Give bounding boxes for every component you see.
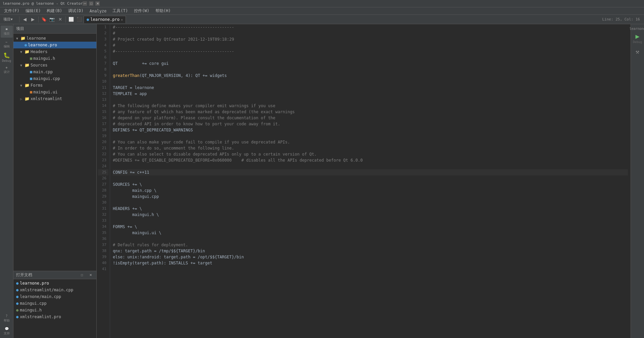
tree-item-maingui-cpp[interactable]: ▷ ■ maingui.cpp	[13, 75, 96, 82]
project-sidebar-icon: ≡	[5, 27, 7, 31]
pro-file-icon: ●	[25, 43, 27, 47]
line-number-10: 10	[98, 79, 108, 85]
maximize-button[interactable]: □	[89, 1, 93, 6]
close-all-button[interactable]: ✕	[56, 16, 64, 23]
editor-area: 1234567891011121314151617181920212223242…	[97, 24, 631, 338]
project-tree: ▼ 📁 learnone ▷ ● learnone.pro ▼ 📁 Header…	[13, 34, 96, 271]
title-bar-controls: ─ □ ✕	[83, 1, 100, 6]
bottom-file-maingui-h[interactable]: ● maingui.h	[13, 307, 96, 313]
bottom-file-learnone-main[interactable]: ● learnone/main.cpp	[13, 293, 96, 300]
line-number-6: 6	[98, 54, 108, 60]
code-line-12: TEMPLATE = app	[113, 91, 628, 97]
debug-sidebar: learnone ▶ Debug ⚒	[631, 24, 644, 338]
code-content[interactable]: #---------------------------------------…	[110, 24, 631, 338]
split-left-button[interactable]: ⬜	[67, 16, 75, 23]
project-panel: 项目 ▼ 📁 learnone ▷ ● learnone.pro ▼ 📁 Hea…	[13, 24, 97, 338]
code-line-13	[113, 97, 628, 103]
tree-item-main-cpp[interactable]: ▷ ■ main.cpp	[13, 69, 96, 75]
line-number-38: 38	[98, 248, 108, 254]
code-line-32: maingui.h \	[113, 212, 628, 218]
tab-label: learnone.pro	[90, 17, 120, 22]
tree-item-forms[interactable]: ▼ 📁 Forms	[13, 82, 96, 89]
menu-item-analyze[interactable]: Analyze	[87, 8, 109, 14]
snapshot-button[interactable]: 📷	[48, 16, 56, 23]
forward-button[interactable]: ▶	[29, 16, 37, 23]
tree-arrow-learnone: ▼	[16, 37, 19, 40]
menu-item----f-[interactable]: 文件(F)	[1, 7, 22, 14]
bookmark-button[interactable]: 🔖	[40, 16, 48, 23]
back-button[interactable]: ◀	[21, 16, 29, 23]
sources-folder-icon: 📁	[25, 63, 30, 68]
toolbar-separator-1	[19, 16, 19, 23]
code-line-18: DEFINES += QT_DEPRECATED_WARNINGS	[113, 127, 628, 133]
editor-tab-learnone-pro[interactable]: ● learnone.pro ✕	[84, 16, 126, 23]
bottom-file-maingui-cpp[interactable]: ● maingui.cpp	[13, 300, 96, 307]
sidebar-icon-debug[interactable]: 🐛 Debug	[1, 51, 13, 63]
bottom-file-label-5: maingui.h	[20, 308, 42, 312]
tree-label-sources: Sources	[31, 63, 48, 68]
bottom-file-xmlstreamlint-main[interactable]: ● xmlstreamlint/main.cpp	[13, 287, 96, 293]
menu-item----d-[interactable]: 调试(D)	[65, 7, 86, 14]
tree-arrow-xmlstreamlint: ▷	[20, 97, 24, 101]
toolbar: 项目 ▾ ◀ ▶ 🔖 📷 ✕ ⬜ ⬛ ● learnone.pro ✕ Line…	[0, 15, 644, 24]
sidebar-icon-support[interactable]: 💬 支持	[1, 325, 13, 337]
tab-icon: ●	[87, 17, 89, 22]
code-editor[interactable]: 1234567891011121314151617181920212223242…	[97, 24, 631, 338]
line-number-21: 21	[98, 145, 108, 151]
line-number-7: 7	[98, 60, 108, 67]
code-line-8	[113, 67, 628, 73]
project-dropdown[interactable]: 项目 ▾	[1, 16, 15, 23]
code-line-1: #---------------------------------------…	[113, 24, 628, 30]
line-number-34: 34	[98, 224, 108, 230]
line-number-16: 16	[98, 115, 108, 121]
bottom-file-label-1: learnone.pro	[20, 281, 49, 286]
run-debug-button[interactable]: ▶ Debug	[632, 32, 644, 44]
line-number-36: 36	[98, 236, 108, 242]
tree-label-learnone-pro: learnone.pro	[28, 43, 57, 47]
code-line-9: greaterThan(QT_MAJOR_VERSION, 4): QT += …	[113, 73, 628, 79]
menu-item----e-[interactable]: 编辑(E)	[23, 7, 44, 14]
tree-item-learnone-pro[interactable]: ▷ ● learnone.pro	[13, 42, 96, 48]
code-line-17: # deprecated API in order to know how to…	[113, 121, 628, 127]
line-number-1: 1	[98, 24, 108, 30]
bottom-file-label-4: maingui.cpp	[20, 301, 46, 306]
minimize-button[interactable]: ─	[83, 1, 87, 6]
line-number-27: 27	[98, 181, 108, 187]
tab-close-button[interactable]: ✕	[121, 18, 123, 22]
close-button[interactable]: ✕	[95, 1, 100, 6]
line-number-12: 12	[98, 91, 108, 97]
build-button[interactable]: ⚒	[632, 45, 644, 57]
sidebar-icon-project[interactable]: ≡ 项目	[1, 26, 13, 38]
line-number-25: 25	[98, 169, 108, 175]
code-line-25: CONFIG += c++11	[113, 169, 628, 175]
code-line-38: qnx: target.path = /tmp/$${TARGET}/bin	[113, 248, 628, 254]
bottom-panel-close-btn[interactable]: ✕	[88, 272, 94, 278]
menu-item----w-[interactable]: 控件(W)	[131, 7, 152, 14]
tree-item-xmlstreamlint[interactable]: ▷ 📁 xmlstreamlint	[13, 95, 96, 102]
tree-item-headers[interactable]: ▼ 📁 Headers	[13, 48, 96, 55]
tree-item-maingui-ui[interactable]: ▷ ■ maingui.ui	[13, 89, 96, 95]
run-icon: ▶	[635, 32, 639, 40]
menu-item----b-[interactable]: 构建(B)	[44, 7, 65, 14]
code-line-14: # The following define makes your compil…	[113, 103, 628, 109]
edit-sidebar-icon: ✏	[5, 40, 7, 44]
sidebar-icon-edit[interactable]: ✏ 编辑	[1, 38, 13, 50]
bottom-file-learnone-pro[interactable]: ● learnone.pro	[13, 280, 96, 287]
sidebar-icon-help[interactable]: ? 帮助	[1, 312, 13, 325]
split-right-button[interactable]: ⬛	[76, 16, 83, 23]
bottom-panel-new-btn[interactable]: □	[79, 272, 85, 278]
tree-item-learnone[interactable]: ▼ 📁 learnone	[13, 35, 96, 42]
line-number-30: 30	[98, 200, 108, 206]
bottom-file-xmlstreamlint-pro[interactable]: ● xmlstreamlint.pro	[13, 313, 96, 320]
tree-item-sources[interactable]: ▼ 📁 Sources	[13, 62, 96, 69]
sidebar-icon-design[interactable]: ◈ 设计	[1, 64, 13, 76]
code-line-19	[113, 133, 628, 139]
line-number-15: 15	[98, 109, 108, 115]
toolbar-separator-2	[38, 16, 39, 23]
bottom-file-label-3: learnone/main.cpp	[20, 294, 61, 299]
menu-item----t-[interactable]: 工具(T)	[110, 7, 131, 14]
menu-item----h-[interactable]: 帮助(H)	[153, 7, 174, 14]
tree-item-maingui-h[interactable]: ▷ ■ maingui.h	[13, 55, 96, 62]
code-line-4: #	[113, 42, 628, 48]
line-number-4: 4	[98, 42, 108, 48]
